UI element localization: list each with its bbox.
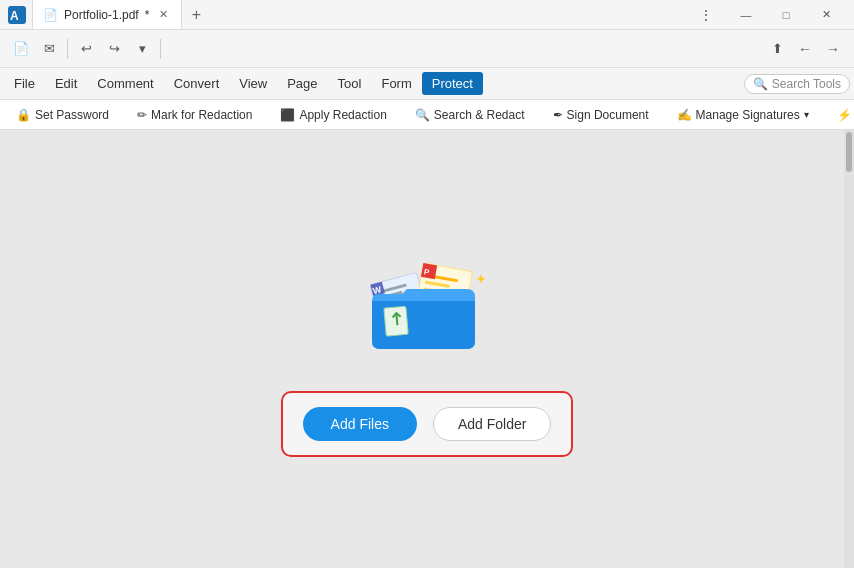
svg-line-16 (396, 313, 397, 325)
vertical-scrollbar[interactable] (844, 130, 854, 568)
menu-view[interactable]: View (229, 72, 277, 95)
main-content: W P ✦ (0, 130, 854, 568)
menu-comment[interactable]: Comment (87, 72, 163, 95)
active-tab[interactable]: 📄 Portfolio-1.pdf* ✕ (32, 0, 182, 29)
tab-modified: * (145, 8, 150, 22)
tab-close-button[interactable]: ✕ (155, 7, 171, 23)
window-minimize-button[interactable]: — (726, 0, 766, 30)
mark-redaction-label: Mark for Redaction (151, 108, 252, 122)
file-drop-button-box: Add Files Add Folder (281, 391, 574, 457)
search-icon: 🔍 (753, 77, 768, 91)
menu-form[interactable]: Form (371, 72, 421, 95)
file-button[interactable]: 📄 (8, 36, 34, 62)
menu-file[interactable]: File (4, 72, 45, 95)
search-tools-label: Search Tools (772, 77, 841, 91)
dropdown-button[interactable]: ▾ (129, 36, 155, 62)
mark-redaction-button[interactable]: ✏ Mark for Redaction (129, 105, 260, 125)
undo-button[interactable]: ↩ (73, 36, 99, 62)
window-close-button[interactable]: ✕ (806, 0, 846, 30)
sign-document-label: Sign Document (567, 108, 649, 122)
set-password-label: Set Password (35, 108, 109, 122)
window-maximize-button[interactable]: □ (766, 0, 806, 30)
main-toolbar: 📄 ✉ ↩ ↪ ▾ ⬆ ← → (0, 30, 854, 68)
new-tab-button[interactable]: + (182, 0, 210, 29)
apply-icon: ⬛ (280, 108, 295, 122)
sign-icon: ✒ (553, 108, 563, 122)
manage-signatures-button[interactable]: ✍ Manage Signatures ▾ (669, 105, 817, 125)
email-button[interactable]: ✉ (36, 36, 62, 62)
window-controls: ⋮ — □ ✕ (686, 0, 846, 30)
share-button[interactable]: ⬆ (764, 36, 790, 62)
svg-text:✦: ✦ (475, 271, 487, 287)
folder-svg: W P ✦ (347, 246, 507, 366)
apply-redaction-label: Apply Redaction (299, 108, 386, 122)
tab-title: Portfolio-1.pdf (64, 8, 139, 22)
lock-icon: 🔒 (16, 108, 31, 122)
svg-text:A: A (10, 9, 19, 23)
apply-redaction-button[interactable]: ⬛ Apply Redaction (272, 105, 394, 125)
menu-tool[interactable]: Tool (328, 72, 372, 95)
menu-bar: File Edit Comment Convert View Page Tool… (0, 68, 854, 100)
add-folder-button[interactable]: Add Folder (433, 407, 551, 441)
toolbar-separator-1 (67, 39, 68, 59)
menu-protect[interactable]: Protect (422, 72, 483, 95)
protect-toolbar: 🔒 Set Password ✏ Mark for Redaction ⬛ Ap… (0, 100, 854, 130)
tab-file-icon: 📄 (43, 8, 58, 22)
scrollbar-thumb[interactable] (846, 132, 852, 172)
menu-convert[interactable]: Convert (164, 72, 230, 95)
search-tools-button[interactable]: 🔍 Search Tools (744, 74, 850, 94)
set-password-button[interactable]: 🔒 Set Password (8, 105, 117, 125)
menu-page[interactable]: Page (277, 72, 327, 95)
dropdown-chevron-icon: ▾ (804, 109, 809, 120)
window-options-icon[interactable]: ⋮ (686, 0, 726, 30)
folder-illustration: W P ✦ (337, 241, 517, 371)
search-redact-label: Search & Redact (434, 108, 525, 122)
manage-signatures-label: Manage Signatures (696, 108, 800, 122)
tab-bar: A 📄 Portfolio-1.pdf* ✕ + (8, 0, 686, 29)
menu-edit[interactable]: Edit (45, 72, 87, 95)
toolbar-separator-2 (160, 39, 161, 59)
electro-button[interactable]: ⚡ Electro ▶ (829, 105, 854, 125)
app-logo-icon: A (8, 6, 26, 24)
back-nav-button[interactable]: ← (792, 36, 818, 62)
search-redact-button[interactable]: 🔍 Search & Redact (407, 105, 533, 125)
forward-nav-button[interactable]: → (820, 36, 846, 62)
add-files-button[interactable]: Add Files (303, 407, 417, 441)
redo-button[interactable]: ↪ (101, 36, 127, 62)
signature-icon: ✍ (677, 108, 692, 122)
title-bar: A 📄 Portfolio-1.pdf* ✕ + ⋮ — □ ✕ (0, 0, 854, 30)
drop-area: W P ✦ (281, 241, 574, 457)
search-redact-icon: 🔍 (415, 108, 430, 122)
sign-document-button[interactable]: ✒ Sign Document (545, 105, 657, 125)
mark-icon: ✏ (137, 108, 147, 122)
electro-icon: ⚡ (837, 108, 852, 122)
